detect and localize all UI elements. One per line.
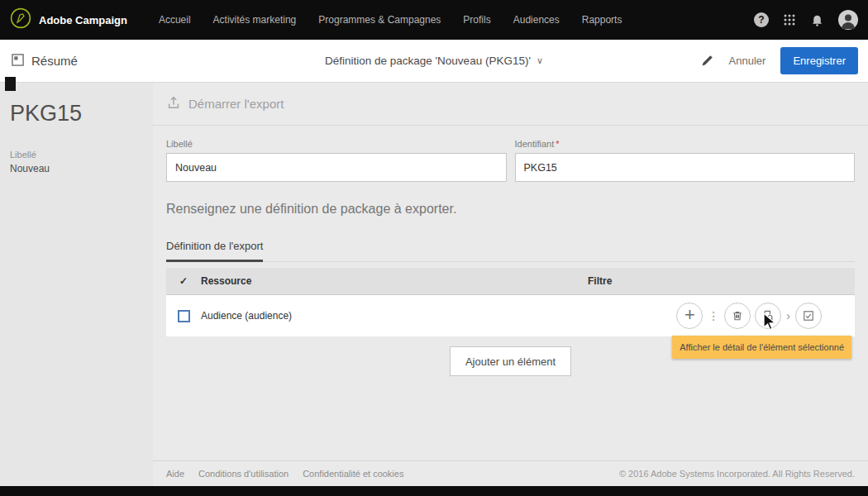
tab-definition-export[interactable]: Définition de l'export — [166, 240, 263, 262]
edit-pencil-icon[interactable] — [700, 54, 714, 68]
detail-tooltip: Afficher le détail de l'élément sélectio… — [672, 336, 851, 359]
topnav-utilities: ? — [754, 10, 858, 30]
copyright-text: © 2016 Adobe Systems Incorporated. All R… — [619, 469, 855, 479]
main-panel: Démarrer l'export Libellé Identifiant* R… — [153, 83, 868, 486]
footer-link-conditions[interactable]: Conditions d'utilisation — [198, 469, 289, 479]
filter-column-header: Filtre — [588, 275, 855, 287]
top-navigation-bar: Adobe Campaign Accueil Activités marketi… — [0, 0, 868, 40]
row-actions: + ⋮ — [676, 303, 855, 329]
help-icon[interactable]: ? — [754, 12, 769, 27]
identifiant-label-text: Identifiant — [515, 139, 555, 149]
summary-card-icon — [12, 54, 24, 69]
select-mode-button[interactable] — [795, 303, 822, 329]
nav-item-activites-marketing[interactable]: Activités marketing — [213, 14, 297, 26]
bottom-black-bar — [0, 486, 868, 496]
identifiant-field-group: Identifiant* — [515, 139, 856, 182]
sidebar-collapse-handle[interactable] — [5, 77, 16, 91]
required-asterisk: * — [556, 139, 559, 149]
summary-label: Résumé — [31, 54, 78, 68]
row-checkbox-cell — [166, 310, 201, 322]
footer-link-aide[interactable]: Aide — [166, 469, 184, 479]
page-header: Résumé Définition de package 'Nouveau (P… — [0, 40, 868, 83]
add-element-button[interactable]: Ajouter un élément — [450, 346, 571, 376]
libelle-label: Libellé — [166, 139, 507, 149]
package-id-heading: PKG15 — [10, 101, 143, 126]
adobe-campaign-window: Adobe Campaign Accueil Activités marketi… — [0, 0, 868, 496]
plus-icon: + — [684, 306, 695, 324]
nav-item-accueil[interactable]: Accueil — [159, 14, 191, 26]
nav-item-programmes-campagnes[interactable]: Programmes & Campagnes — [318, 14, 441, 26]
adobe-campaign-logo-icon — [10, 7, 31, 32]
start-export-action[interactable]: Démarrer l'export — [153, 83, 868, 126]
chevron-right-icon[interactable]: › — [785, 309, 791, 322]
detail-magnifier-icon — [761, 309, 775, 322]
tab-bar: Définition de l'export — [166, 238, 855, 262]
nav-item-audiences[interactable]: Audiences — [513, 14, 560, 26]
page-title: Définition de package 'Nouveau (PKG15)' — [325, 55, 531, 67]
show-detail-button[interactable] — [755, 303, 781, 329]
trash-icon — [731, 309, 744, 322]
more-actions-icon[interactable]: ⋮ — [707, 309, 720, 322]
nav-item-profils[interactable]: Profils — [463, 14, 490, 26]
content-area: PKG15 Libellé Nouveau Démarrer l'export … — [0, 83, 868, 486]
libelle-input[interactable] — [166, 153, 507, 182]
table-header-row: ✓ Ressource Filtre — [166, 268, 855, 295]
footer-link-confidentialite[interactable]: Confidentialité et cookies — [303, 469, 403, 479]
sidebar-label-caption: Libellé — [10, 150, 143, 160]
identifiant-input[interactable] — [515, 153, 856, 182]
cancel-button[interactable]: Annuler — [729, 55, 766, 67]
resource-column-header: Ressource — [201, 275, 588, 287]
header-actions: Annuler Enregistrer — [700, 47, 858, 74]
instruction-text: Renseignez une définition de package à e… — [153, 182, 868, 217]
identifiant-label: Identifiant* — [515, 139, 856, 149]
bell-icon[interactable] — [810, 13, 824, 27]
save-button[interactable]: Enregistrer — [780, 47, 858, 74]
row-checkbox[interactable] — [178, 310, 190, 322]
summary-sidebar: PKG15 Libellé Nouveau — [0, 83, 153, 486]
app-grid-icon[interactable] — [783, 13, 796, 26]
breadcrumb[interactable]: Résumé — [12, 54, 78, 69]
package-form: Libellé Identifiant* — [153, 126, 868, 182]
page-title-dropdown[interactable]: Définition de package 'Nouveau (PKG15)' … — [325, 55, 543, 67]
sidebar-label-value: Nouveau — [10, 163, 143, 174]
brand-home-link[interactable]: Adobe Campaign — [10, 7, 127, 32]
select-all-column-header: ✓ — [166, 275, 201, 287]
libelle-field-group: Libellé — [166, 139, 507, 182]
main-nav: Accueil Activités marketing Programmes &… — [159, 14, 622, 26]
avatar[interactable] — [838, 10, 858, 30]
brand-label: Adobe Campaign — [39, 14, 127, 26]
checkbox-check-icon — [802, 309, 815, 322]
nav-item-rapports[interactable]: Rapports — [582, 14, 622, 26]
export-definition-table: ✓ Ressource Filtre Audience (audience) +… — [166, 268, 855, 336]
delete-element-button[interactable] — [724, 303, 751, 329]
row-resource-label: Audience (audience) — [201, 310, 588, 322]
export-icon — [166, 95, 181, 112]
start-export-label: Démarrer l'export — [188, 97, 284, 111]
page-footer: Aide Conditions d'utilisation Confidenti… — [153, 460, 868, 486]
add-element-icon[interactable]: + — [676, 303, 703, 329]
table-row[interactable]: Audience (audience) + ⋮ — [166, 295, 855, 336]
chevron-down-icon: ∨ — [537, 55, 543, 66]
